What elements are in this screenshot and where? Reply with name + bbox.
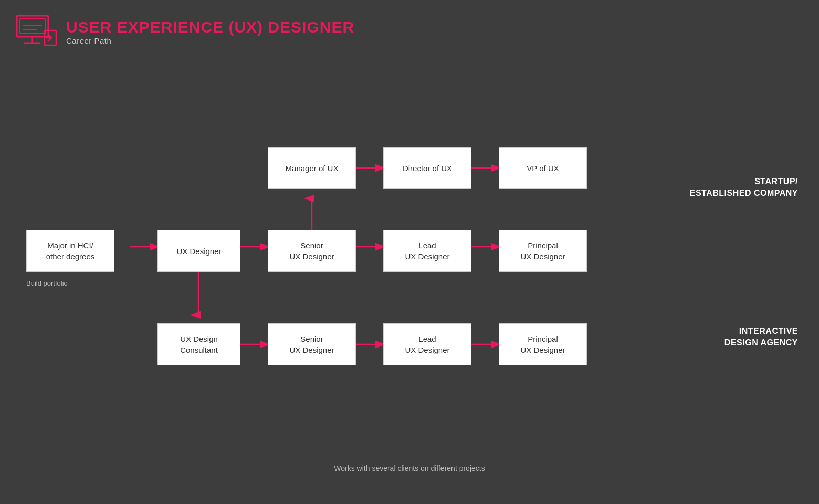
- page-subtitle: Career Path: [66, 36, 354, 45]
- bottom-note: Works with several clients on different …: [334, 464, 485, 472]
- box-director-ux: Director of UX: [383, 147, 471, 189]
- box-major: Major in HCI/ other degrees: [26, 230, 114, 272]
- box-lead-ux-bot: Lead UX Designer: [383, 323, 471, 365]
- box-lead-ux-top: Lead UX Designer: [383, 230, 471, 272]
- header: USER EXPERIENCE (UX) DESIGNER Career Pat…: [16, 15, 354, 49]
- box-senior-ux-top: Senior UX Designer: [268, 230, 356, 272]
- box-vp-ux: VP of UX: [499, 147, 587, 189]
- page-title: USER EXPERIENCE (UX) DESIGNER: [66, 18, 354, 36]
- header-text: USER EXPERIENCE (UX) DESIGNER Career Pat…: [66, 18, 354, 45]
- box-senior-ux-bot: Senior UX Designer: [268, 323, 356, 365]
- box-ux-designer: UX Designer: [158, 230, 240, 272]
- box-manager-ux: Manager of UX: [268, 147, 356, 189]
- startup-label: STARTUP/ ESTABLISHED COMPANY: [690, 176, 798, 200]
- box-consultant: UX Design Consultant: [158, 323, 240, 365]
- box-principal-top: Principal UX Designer: [499, 230, 587, 272]
- box-principal-bot: Principal UX Designer: [499, 323, 587, 365]
- career-path-diagram: Manager of UX Director of UX VP of UX Ma…: [0, 84, 819, 504]
- build-portfolio-label: Build portfolio: [26, 279, 68, 287]
- agency-label: INTERACTIVE DESIGN AGENCY: [724, 326, 798, 349]
- svg-rect-1: [20, 19, 45, 34]
- logo-icon: [16, 15, 58, 49]
